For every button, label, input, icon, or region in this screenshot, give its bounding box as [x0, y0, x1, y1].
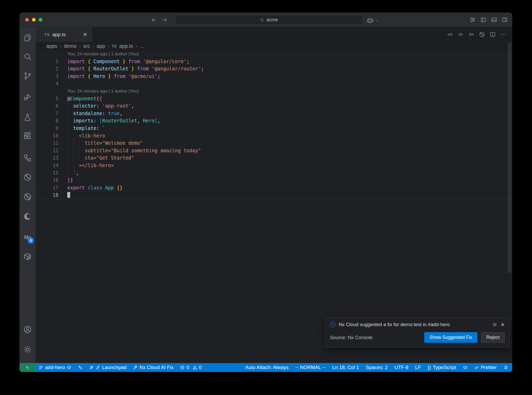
- encoding-item[interactable]: UTF-8: [394, 365, 408, 370]
- workspace-hierarchy-icon[interactable]: [23, 154, 32, 162]
- git-compare-item[interactable]: [78, 365, 83, 370]
- remote-indicator[interactable]: [19, 363, 36, 372]
- breadcrumb-item[interactable]: app: [97, 43, 105, 49]
- edge-devtools-icon[interactable]: [23, 212, 32, 221]
- source-control-icon[interactable]: [23, 71, 32, 80]
- line-number: 11: [36, 140, 58, 147]
- error-icon: [180, 365, 185, 370]
- typescript-file-icon: TS: [112, 44, 117, 48]
- copilot-status-item[interactable]: [463, 365, 468, 370]
- run-and-debug-icon[interactable]: [23, 92, 32, 101]
- double-check-icon: [474, 365, 479, 370]
- reject-button[interactable]: Reject: [481, 332, 505, 343]
- line-number: 10: [36, 132, 58, 140]
- previous-change-icon[interactable]: [447, 31, 453, 38]
- info-icon: i: [330, 322, 336, 327]
- nx-console-icon[interactable]: [23, 173, 32, 182]
- toggle-primary-sidebar-icon[interactable]: [480, 17, 487, 23]
- vim-block-cursor: [67, 192, 70, 198]
- navigate-back-icon[interactable]: [151, 17, 157, 23]
- navigate-forward-icon[interactable]: [162, 17, 168, 23]
- breadcrumb-item[interactable]: src: [83, 43, 90, 49]
- more-actions-icon[interactable]: [500, 31, 507, 38]
- git-compare-icon: [78, 365, 83, 370]
- status-bar: add-hero Launchpad Nx Cloud AI Fix 0 0: [19, 363, 512, 372]
- notification-toast: i Nx Cloud suggested a fix for demo:test…: [325, 318, 510, 347]
- line-number: 8: [36, 117, 58, 125]
- git-branch-icon: [39, 365, 43, 370]
- code-line-7: 7 standalone: true,: [36, 110, 512, 117]
- breadcrumb-separator: ›: [136, 44, 137, 49]
- command-center-value: acme: [266, 17, 278, 23]
- language-label: TypeScript: [433, 365, 456, 370]
- breadcrumb: apps › demo › src › app › TS app.ts › …: [36, 42, 512, 50]
- nx-fix-label: Nx Cloud AI Fix: [139, 365, 174, 370]
- explorer-icon[interactable]: [23, 33, 32, 42]
- breadcrumb-item[interactable]: demo: [64, 43, 77, 49]
- indentation-item[interactable]: Spaces: 2: [366, 365, 388, 370]
- blame-annotation: You, 24 minutes ago | 1 author (You): [36, 50, 512, 58]
- tab-label: app.ts: [52, 32, 66, 37]
- tab-app-ts[interactable]: TS app.ts ✕: [36, 27, 93, 42]
- zoom-window-button[interactable]: [39, 18, 42, 22]
- problems-item[interactable]: 0 0: [180, 365, 202, 370]
- launchpad-item[interactable]: Launchpad: [89, 365, 127, 370]
- copilot-menu-button[interactable]: [367, 17, 378, 24]
- code-line-17: 17export class App {}: [36, 184, 512, 192]
- notification-source: Source: Nx Console: [330, 335, 373, 340]
- prettier-label: Prettier: [481, 365, 497, 370]
- search-view-icon[interactable]: [23, 52, 32, 61]
- next-change-icon[interactable]: [468, 31, 475, 38]
- nx-run-target-icon[interactable]: [479, 31, 485, 38]
- line-number: 15: [36, 169, 58, 177]
- notifications-bell-item[interactable]: [503, 365, 508, 370]
- nx-icon[interactable]: N> 3: [23, 233, 32, 242]
- error-count: 0: [187, 365, 189, 370]
- publish-cloud-icon: [67, 365, 71, 370]
- eol-item[interactable]: LF: [415, 365, 421, 370]
- nx-cloud-icon[interactable]: [23, 192, 32, 201]
- tab-close-icon[interactable]: ✕: [83, 32, 87, 37]
- code-line-10: 10 <lib-hero: [36, 132, 512, 140]
- show-suggested-fix-button[interactable]: Show Suggested Fix: [424, 332, 477, 343]
- command-center-search[interactable]: acme: [175, 15, 363, 25]
- close-window-button[interactable]: [25, 18, 29, 22]
- line-number: 18: [36, 192, 58, 199]
- settings-gear-icon[interactable]: [23, 345, 32, 354]
- code-line-2: 2import { RouterOutlet } from '@angular/…: [36, 65, 512, 73]
- notification-close-icon[interactable]: ✕: [501, 322, 505, 327]
- minimize-window-button[interactable]: [32, 18, 36, 22]
- nx-badge: 3: [28, 238, 34, 243]
- toggle-secondary-sidebar-icon[interactable]: [502, 17, 508, 23]
- breadcrumb-overflow[interactable]: …: [140, 43, 145, 49]
- launchpad-label: Launchpad: [102, 365, 127, 370]
- language-mode-item[interactable]: {} TypeScript: [428, 365, 456, 370]
- customize-layout-icon[interactable]: [470, 17, 476, 23]
- breadcrumb-item[interactable]: apps: [46, 43, 57, 49]
- prettier-item[interactable]: Prettier: [474, 365, 497, 370]
- editor-scrollbar[interactable]: [508, 43, 511, 273]
- nx-cloud-ai-fix-item[interactable]: Nx Cloud AI Fix: [133, 365, 174, 370]
- line-number: 2: [36, 65, 58, 73]
- line-number: 17: [36, 184, 58, 192]
- title-bar: acme: [19, 12, 512, 27]
- testing-icon[interactable]: [23, 113, 32, 122]
- accounts-icon[interactable]: [23, 325, 32, 334]
- code-lines: You, 24 minutes ago | 1 author (You)1imp…: [36, 50, 512, 199]
- container-icon[interactable]: [23, 252, 32, 261]
- cursor-position-item[interactable]: Ln 18, Col 1: [332, 365, 359, 370]
- code-line-13: 13 cta="Get Started": [36, 154, 512, 162]
- split-editor-icon[interactable]: [489, 31, 496, 38]
- auto-attach-item[interactable]: Auto Attach: Always: [245, 365, 289, 370]
- toggle-panel-icon[interactable]: [491, 17, 497, 23]
- git-branch-item[interactable]: add-hero: [39, 365, 71, 370]
- warning-icon: [192, 365, 197, 370]
- extensions-icon[interactable]: [23, 131, 32, 140]
- braces-icon: {}: [428, 365, 431, 370]
- typescript-file-icon: TS: [44, 32, 50, 37]
- change-marker-icon[interactable]: [457, 31, 464, 38]
- breadcrumb-file[interactable]: app.ts: [119, 43, 133, 49]
- code-editor[interactable]: You, 24 minutes ago | 1 author (You)1imp…: [36, 50, 512, 363]
- notification-settings-gear-icon[interactable]: [492, 322, 497, 327]
- vim-mode-item[interactable]: -- NORMAL --: [295, 365, 325, 370]
